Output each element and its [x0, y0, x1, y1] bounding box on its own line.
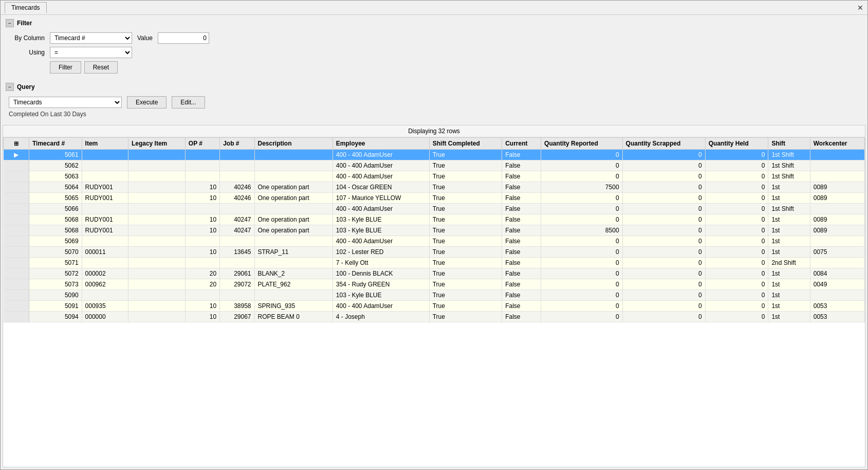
query-select[interactable]: Timecards: [9, 97, 122, 108]
display-info: Displaying 32 rows: [3, 125, 865, 137]
filter-section-label: Filter: [17, 20, 32, 27]
title-bar: Timecards ✕: [1, 1, 867, 15]
filter-by-column-row: By Column Timecard # Item Legacy Item OP…: [9, 32, 859, 44]
table-row[interactable]: 5062400 - 400 AdamUserTrueFalse0001st Sh…: [4, 160, 865, 171]
timecards-tab[interactable]: Timecards: [5, 2, 47, 13]
table-row[interactable]: 50940000001029067ROPE BEAM 04 - JosephTr…: [4, 312, 865, 322]
table-row[interactable]: 5090103 - Kyle BLUETrueFalse0001st: [4, 290, 865, 301]
query-section-body: Timecards Execute Edit... Completed On L…: [3, 93, 865, 122]
table-row[interactable]: 50700000111013645STRAP_11102 - Lester RE…: [4, 247, 865, 258]
query-collapse-button[interactable]: −: [6, 83, 14, 91]
table-row[interactable]: 5065RUDY0011040246One operation part107 …: [4, 193, 865, 204]
main-content: − Filter By Column Timecard # Item Legac…: [1, 15, 867, 469]
using-label: Using: [9, 49, 45, 56]
col-workcenter[interactable]: Workcenter: [810, 138, 864, 150]
data-table: ⊞ Timecard # Item Legacy Item OP # Job #…: [3, 137, 865, 322]
table-row[interactable]: 5066400 - 400 AdamUserTrueFalse0001st Sh…: [4, 204, 865, 214]
table-header-row: ⊞ Timecard # Item Legacy Item OP # Job #…: [4, 138, 865, 150]
col-qty-scrapped[interactable]: Quantity Scrapped: [622, 138, 705, 150]
close-button[interactable]: ✕: [857, 4, 863, 12]
execute-button[interactable]: Execute: [127, 96, 167, 109]
col-shift-completed[interactable]: Shift Completed: [429, 138, 502, 150]
main-window: Timecards ✕ − Filter By Column Timecard …: [0, 0, 868, 470]
table-row[interactable]: 5068RUDY0011040247One operation part103 …: [4, 214, 865, 225]
col-legacy[interactable]: Legacy Item: [128, 138, 185, 150]
query-section-header: − Query: [3, 81, 865, 93]
value-input[interactable]: [158, 32, 209, 44]
table-row[interactable]: 50910009351038958SPRING_935400 - 400 Ada…: [4, 301, 865, 312]
value-label: Value: [137, 34, 153, 42]
edit-button[interactable]: Edit...: [172, 96, 205, 109]
filter-buttons: Filter Reset: [50, 61, 859, 74]
col-qty-held[interactable]: Quantity Held: [705, 138, 768, 150]
col-job[interactable]: Job #: [220, 138, 254, 150]
table-row[interactable]: 5064RUDY0011040246One operation part104 …: [4, 182, 865, 193]
tab-bar: Timecards: [5, 2, 47, 13]
table-row[interactable]: 50717 - Kelly OttTrueFalse0002nd Shift: [4, 258, 865, 268]
row-indicator-header: ⊞: [4, 138, 29, 150]
filter-section-body: By Column Timecard # Item Legacy Item OP…: [3, 29, 865, 78]
filter-collapse-button[interactable]: −: [6, 19, 14, 27]
by-column-label: By Column: [9, 34, 45, 42]
data-table-container[interactable]: Displaying 32 rows ⊞ Timecard # Item Leg…: [3, 125, 865, 467]
col-desc[interactable]: Description: [254, 138, 333, 150]
col-timecard[interactable]: Timecard #: [29, 138, 82, 150]
col-qty-reported[interactable]: Quantity Reported: [541, 138, 623, 150]
reset-button[interactable]: Reset: [84, 61, 118, 74]
filter-using-row: Using = < > <= >= <>: [9, 47, 859, 58]
col-op[interactable]: OP #: [185, 138, 219, 150]
query-row: Timecards Execute Edit...: [9, 96, 859, 109]
filter-section: − Filter By Column Timecard # Item Legac…: [3, 17, 865, 78]
table-body: ▶5061400 - 400 AdamUserTrueFalse0001st S…: [4, 150, 865, 322]
table-row[interactable]: ▶5061400 - 400 AdamUserTrueFalse0001st S…: [4, 150, 865, 160]
table-row[interactable]: 5068RUDY0011040247One operation part103 …: [4, 225, 865, 236]
by-column-select[interactable]: Timecard # Item Legacy Item OP # Job # D…: [50, 32, 132, 44]
table-row[interactable]: 50730009622029072PLATE_962354 - Rudy GRE…: [4, 279, 865, 290]
table-row[interactable]: 5069400 - 400 AdamUserTrueFalse0001st: [4, 236, 865, 247]
filter-button[interactable]: Filter: [50, 61, 81, 74]
col-current[interactable]: Current: [502, 138, 541, 150]
col-item[interactable]: Item: [82, 138, 128, 150]
table-row[interactable]: 5063400 - 400 AdamUserTrueFalse0001st Sh…: [4, 171, 865, 182]
filter-section-header: − Filter: [3, 17, 865, 29]
using-select[interactable]: = < > <= >= <>: [50, 47, 132, 58]
query-section-label: Query: [17, 83, 35, 91]
query-section: − Query Timecards Execute Edit... Comple…: [3, 81, 865, 122]
col-employee[interactable]: Employee: [333, 138, 429, 150]
query-status: Completed On Last 30 Days: [9, 111, 859, 118]
table-row[interactable]: 50720000022029061BLANK_2100 - Dennis BLA…: [4, 268, 865, 279]
col-shift[interactable]: Shift: [768, 138, 810, 150]
